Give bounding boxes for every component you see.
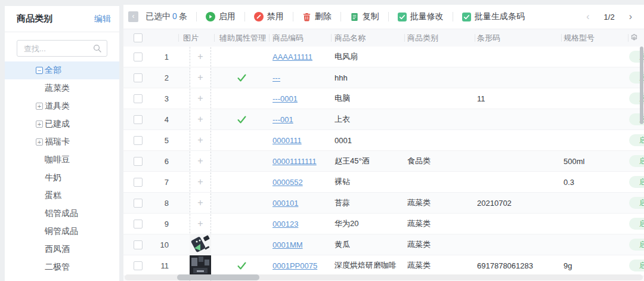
row-checkbox[interactable] <box>134 240 143 249</box>
product-code-link[interactable]: --- <box>273 73 280 82</box>
product-image-cell[interactable]: + <box>178 130 214 150</box>
add-image-placeholder-icon[interactable]: + <box>190 130 211 150</box>
tree-expander-icon[interactable]: + <box>36 138 43 146</box>
row-checkbox[interactable] <box>134 157 143 166</box>
tree-expander-icon[interactable]: − <box>36 67 43 74</box>
tree-item-label: 牛奶 <box>45 172 61 183</box>
enable-button[interactable]: 启用 <box>206 11 236 22</box>
product-code-link[interactable]: AAAA11111 <box>273 53 312 61</box>
category-search-input[interactable] <box>23 44 93 54</box>
product-code-link[interactable]: ---001 <box>273 115 293 124</box>
product-image-cell[interactable]: + <box>178 47 214 67</box>
product-image-cell[interactable]: + <box>178 109 214 129</box>
product-barcode: 11 <box>475 88 561 109</box>
disable-button[interactable]: 禁用 <box>254 11 284 22</box>
product-image-cell[interactable]: + <box>178 151 214 171</box>
add-image-placeholder-icon[interactable]: + <box>190 172 211 192</box>
category-tree-item[interactable]: 西凤酒 <box>5 240 119 258</box>
table-row: 4 + ---001 <box>123 109 644 130</box>
product-barcode <box>475 214 561 234</box>
edit-categories-link[interactable]: 编辑 <box>94 14 111 24</box>
row-checkbox[interactable] <box>134 136 143 145</box>
delete-button[interactable]: 删除 <box>302 11 332 22</box>
row-checkbox[interactable] <box>134 199 143 208</box>
add-image-placeholder-icon[interactable]: + <box>190 88 211 109</box>
category-tree-item[interactable]: 蔬菜类 <box>5 79 119 97</box>
category-tree-item[interactable]: 铜管成品 <box>5 223 119 240</box>
product-barcode <box>475 130 561 150</box>
check-icon <box>237 73 247 82</box>
category-tree-item[interactable]: + 已建成 <box>5 115 119 133</box>
product-code-link[interactable]: ---0001 <box>273 94 298 103</box>
column-settings-gear-icon[interactable] <box>630 33 639 42</box>
row-checkbox[interactable] <box>134 178 143 187</box>
category-tree-item[interactable]: 二极管 <box>5 258 119 276</box>
product-image-cell[interactable]: + <box>178 172 214 192</box>
vertical-scrollbar[interactable] <box>640 47 643 124</box>
category-tree-item[interactable]: 蛋糕 <box>5 187 119 205</box>
product-category: 蔬菜类 <box>404 214 475 234</box>
select-all-checkbox[interactable] <box>134 33 143 42</box>
product-code-link[interactable]: 00001111111 <box>273 157 317 166</box>
tree-item-label: 全部 <box>45 65 61 76</box>
row-checkbox[interactable] <box>134 53 143 61</box>
add-image-placeholder-icon[interactable]: + <box>190 214 211 234</box>
row-checkbox[interactable] <box>134 261 143 270</box>
table-body: 1 + AAAA111 <box>123 47 644 281</box>
page-prev-icon[interactable]: ‹ <box>586 11 589 22</box>
product-code-link[interactable]: 0001PP0075 <box>273 261 317 270</box>
product-image-cell[interactable]: + <box>178 255 214 276</box>
add-image-placeholder-icon[interactable]: + <box>190 67 211 88</box>
product-thumbnail[interactable] <box>190 234 211 255</box>
category-search-box[interactable] <box>17 40 107 57</box>
row-index: 3 <box>152 88 178 109</box>
product-code-link[interactable]: 0000111 <box>273 136 302 145</box>
tree-expander-icon[interactable]: + <box>36 103 43 110</box>
category-tree-item[interactable]: − 全部 <box>5 61 119 79</box>
product-code-link[interactable]: 0000552 <box>273 178 303 187</box>
product-image-cell[interactable]: + <box>178 193 214 213</box>
table-row: 2 + --- <box>123 67 644 88</box>
tree-item-label: 福瑞卡 <box>45 137 70 147</box>
product-thumbnail[interactable] <box>190 255 211 276</box>
product-image-cell[interactable]: + <box>178 234 214 255</box>
row-checkbox[interactable] <box>134 115 143 124</box>
product-image-cell[interactable]: + <box>178 67 214 88</box>
category-tree-item[interactable]: 铝管成品 <box>5 205 119 223</box>
header-index-cell <box>152 29 178 47</box>
tree-expander-icon[interactable]: + <box>36 121 43 128</box>
product-spec <box>561 47 628 67</box>
add-image-placeholder-icon[interactable]: + <box>190 193 211 213</box>
row-checkbox[interactable] <box>134 220 143 228</box>
product-code-link[interactable]: 000101 <box>273 199 298 208</box>
batch-generate-barcode-button[interactable]: 批量生成条码 <box>462 11 525 22</box>
product-code-link[interactable]: 0001MM <box>273 240 303 249</box>
add-image-placeholder-icon[interactable]: + <box>190 109 211 129</box>
product-image-cell[interactable]: + <box>178 214 214 234</box>
aux-attr-cell <box>214 255 269 276</box>
category-tree-item[interactable]: 咖啡豆 <box>5 151 119 169</box>
add-image-placeholder-icon[interactable]: + <box>190 151 211 171</box>
batch-edit-button[interactable]: 批量修改 <box>398 11 444 22</box>
product-category <box>404 172 475 192</box>
row-checkbox[interactable] <box>134 73 143 82</box>
check-square-icon <box>398 13 407 21</box>
add-image-placeholder-icon[interactable]: + <box>190 47 211 67</box>
product-name: 黄瓜 <box>331 234 404 255</box>
page-next-icon[interactable]: › <box>629 11 632 22</box>
product-spec <box>561 234 628 255</box>
aux-attr-cell <box>214 193 269 213</box>
category-tree-item[interactable]: + 福瑞卡 <box>5 133 119 151</box>
copy-button[interactable]: 复制 <box>350 11 379 22</box>
row-index: 11 <box>152 255 178 276</box>
product-code-link[interactable]: 000123 <box>273 220 298 228</box>
category-tree-item[interactable]: 牛奶 <box>5 169 119 187</box>
horizontal-scrollbar-thumb[interactable] <box>177 274 259 280</box>
collapse-sidebar-button[interactable]: ‹ <box>128 11 138 22</box>
row-checkbox[interactable] <box>134 94 143 103</box>
aux-attr-cell <box>214 234 269 255</box>
category-tree-item[interactable]: + 道具类 <box>5 97 119 115</box>
horizontal-scrollbar-track[interactable] <box>125 274 643 280</box>
aux-attr-cell <box>214 130 269 150</box>
product-image-cell[interactable]: + <box>178 88 214 109</box>
